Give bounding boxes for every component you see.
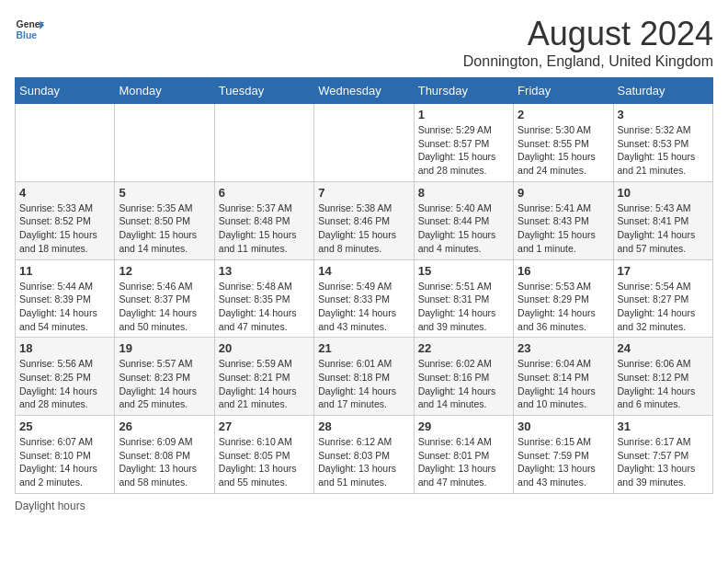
calendar-cell [16,104,115,182]
calendar-cell: 15 Sunrise: 5:51 AMSunset: 8:31 PMDaylig… [414,259,513,338]
day-info: Sunrise: 5:32 AMSunset: 8:53 PMDaylight:… [618,123,709,178]
calendar-cell [314,104,414,182]
day-info: Sunrise: 5:48 AMSunset: 8:35 PMDaylight:… [219,280,310,334]
calendar-cell: 14 Sunrise: 5:49 AMSunset: 8:33 PMDaylig… [314,259,414,338]
day-number: 9 [518,186,609,200]
day-info: Sunrise: 5:43 AMSunset: 8:41 PMDaylight:… [618,201,709,256]
calendar-cell: 31 Sunrise: 6:17 AMSunset: 7:57 PMDaylig… [613,416,712,494]
calendar-week-2: 4 Sunrise: 5:33 AMSunset: 8:52 PMDayligh… [16,181,713,259]
day-info: Sunrise: 5:30 AMSunset: 8:55 PMDaylight:… [518,123,609,178]
calendar-cell: 7 Sunrise: 5:38 AMSunset: 8:46 PMDayligh… [314,181,414,259]
day-number: 10 [618,186,709,200]
weekday-header-saturday: Saturday [613,78,712,104]
weekday-header-monday: Monday [115,78,214,104]
day-number: 2 [518,108,609,121]
day-number: 12 [119,264,210,278]
day-info: Sunrise: 5:53 AMSunset: 8:29 PMDaylight:… [518,280,609,334]
calendar-cell: 27 Sunrise: 6:10 AMSunset: 8:05 PMDaylig… [214,416,313,494]
day-number: 8 [418,186,509,200]
calendar-header: SundayMondayTuesdayWednesdayThursdayFrid… [16,78,713,104]
month-title: August 2024 [463,15,713,53]
calendar-cell: 28 Sunrise: 6:12 AMSunset: 8:03 PMDaylig… [314,416,414,494]
day-number: 5 [119,186,210,200]
weekday-header-tuesday: Tuesday [214,78,313,104]
title-area: August 2024 Donnington, England, United … [463,15,713,70]
calendar-cell: 16 Sunrise: 5:53 AMSunset: 8:29 PMDaylig… [514,259,613,338]
day-info: Sunrise: 5:41 AMSunset: 8:43 PMDaylight:… [518,201,609,256]
calendar-cell: 4 Sunrise: 5:33 AMSunset: 8:52 PMDayligh… [16,181,115,259]
day-number: 24 [618,341,709,355]
day-info: Sunrise: 6:15 AMSunset: 7:59 PMDaylight:… [518,435,609,489]
calendar-cell: 23 Sunrise: 6:04 AMSunset: 8:14 PMDaylig… [514,338,613,416]
calendar-cell: 25 Sunrise: 6:07 AMSunset: 8:10 PMDaylig… [16,416,115,494]
calendar-cell: 19 Sunrise: 5:57 AMSunset: 8:23 PMDaylig… [115,338,214,416]
day-info: Sunrise: 5:33 AMSunset: 8:52 PMDaylight:… [19,201,110,256]
logo-icon: General Blue [15,15,44,44]
calendar-cell [214,104,313,182]
day-number: 14 [318,264,409,278]
day-number: 20 [219,341,310,355]
calendar-week-1: 1 Sunrise: 5:29 AMSunset: 8:57 PMDayligh… [16,104,713,182]
day-info: Sunrise: 5:59 AMSunset: 8:21 PMDaylight:… [219,357,310,411]
footer-note-text: Daylight hours [15,500,85,512]
calendar-cell: 8 Sunrise: 5:40 AMSunset: 8:44 PMDayligh… [414,181,513,259]
day-number: 21 [318,341,409,355]
day-info: Sunrise: 6:14 AMSunset: 8:01 PMDaylight:… [418,435,509,489]
calendar-cell: 22 Sunrise: 6:02 AMSunset: 8:16 PMDaylig… [414,338,513,416]
calendar-cell [115,104,214,182]
day-info: Sunrise: 6:01 AMSunset: 8:18 PMDaylight:… [318,357,409,411]
weekday-header-wednesday: Wednesday [314,78,414,104]
day-info: Sunrise: 6:04 AMSunset: 8:14 PMDaylight:… [518,357,609,411]
day-number: 28 [318,419,409,433]
day-info: Sunrise: 6:06 AMSunset: 8:12 PMDaylight:… [618,357,709,411]
day-info: Sunrise: 6:09 AMSunset: 8:08 PMDaylight:… [119,435,210,489]
day-number: 27 [219,419,310,433]
calendar-table: SundayMondayTuesdayWednesdayThursdayFrid… [15,77,713,494]
calendar-cell: 17 Sunrise: 5:54 AMSunset: 8:27 PMDaylig… [613,259,712,338]
calendar-cell: 10 Sunrise: 5:43 AMSunset: 8:41 PMDaylig… [613,181,712,259]
day-number: 22 [418,341,509,355]
calendar-cell: 3 Sunrise: 5:32 AMSunset: 8:53 PMDayligh… [613,104,712,182]
calendar-cell: 18 Sunrise: 5:56 AMSunset: 8:25 PMDaylig… [16,338,115,416]
day-info: Sunrise: 5:56 AMSunset: 8:25 PMDaylight:… [19,357,110,411]
location: Donnington, England, United Kingdom [463,53,713,70]
calendar-cell: 29 Sunrise: 6:14 AMSunset: 8:01 PMDaylig… [414,416,513,494]
calendar-cell: 13 Sunrise: 5:48 AMSunset: 8:35 PMDaylig… [214,259,313,338]
day-info: Sunrise: 6:07 AMSunset: 8:10 PMDaylight:… [19,435,110,489]
day-info: Sunrise: 5:46 AMSunset: 8:37 PMDaylight:… [119,280,210,334]
day-number: 11 [19,264,110,278]
weekday-header-row: SundayMondayTuesdayWednesdayThursdayFrid… [16,78,713,104]
calendar-body: 1 Sunrise: 5:29 AMSunset: 8:57 PMDayligh… [16,104,713,494]
page-header: General Blue August 2024 Donnington, Eng… [15,15,713,70]
calendar-cell: 24 Sunrise: 6:06 AMSunset: 8:12 PMDaylig… [613,338,712,416]
footer-note: Daylight hours [15,500,713,512]
day-number: 6 [219,186,310,200]
day-info: Sunrise: 5:54 AMSunset: 8:27 PMDaylight:… [618,280,709,334]
day-number: 26 [119,419,210,433]
calendar-cell: 1 Sunrise: 5:29 AMSunset: 8:57 PMDayligh… [414,104,513,182]
day-info: Sunrise: 5:29 AMSunset: 8:57 PMDaylight:… [418,123,509,178]
calendar-cell: 21 Sunrise: 6:01 AMSunset: 8:18 PMDaylig… [314,338,414,416]
day-number: 13 [219,264,310,278]
day-number: 18 [19,341,110,355]
day-info: Sunrise: 5:44 AMSunset: 8:39 PMDaylight:… [19,280,110,334]
svg-text:Blue: Blue [17,30,38,40]
day-number: 16 [518,264,609,278]
day-info: Sunrise: 5:40 AMSunset: 8:44 PMDaylight:… [418,201,509,256]
calendar-cell: 26 Sunrise: 6:09 AMSunset: 8:08 PMDaylig… [115,416,214,494]
day-number: 30 [518,419,609,433]
day-info: Sunrise: 6:12 AMSunset: 8:03 PMDaylight:… [318,435,409,489]
calendar-cell: 9 Sunrise: 5:41 AMSunset: 8:43 PMDayligh… [514,181,613,259]
day-number: 19 [119,341,210,355]
weekday-header-sunday: Sunday [16,78,115,104]
day-number: 25 [19,419,110,433]
day-info: Sunrise: 5:49 AMSunset: 8:33 PMDaylight:… [318,280,409,334]
day-info: Sunrise: 5:38 AMSunset: 8:46 PMDaylight:… [318,201,409,256]
weekday-header-thursday: Thursday [414,78,513,104]
day-info: Sunrise: 5:37 AMSunset: 8:48 PMDaylight:… [219,201,310,256]
day-info: Sunrise: 5:57 AMSunset: 8:23 PMDaylight:… [119,357,210,411]
calendar-week-3: 11 Sunrise: 5:44 AMSunset: 8:39 PMDaylig… [16,259,713,338]
day-number: 15 [418,264,509,278]
day-number: 3 [618,108,709,121]
day-info: Sunrise: 5:35 AMSunset: 8:50 PMDaylight:… [119,201,210,256]
